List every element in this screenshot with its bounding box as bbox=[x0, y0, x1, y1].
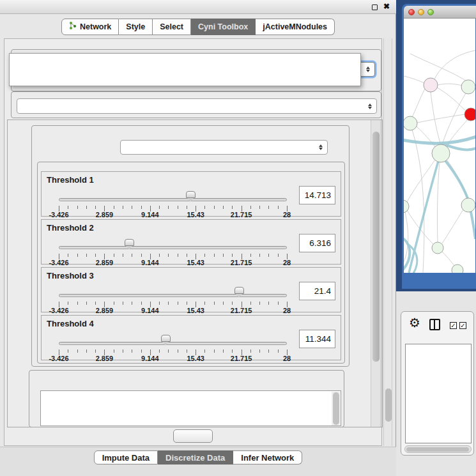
slider-tick bbox=[178, 254, 178, 257]
node-h[interactable] bbox=[461, 198, 475, 212]
control-panel-window: ✖ NetworkStyleSelectCyni ToolboxjActiveM… bbox=[0, 0, 396, 476]
slider-tick bbox=[223, 302, 224, 305]
slider-track[interactable] bbox=[59, 198, 287, 201]
node-hap2[interactable] bbox=[432, 242, 443, 254]
checkbox-checked-icon[interactable]: ✓ bbox=[450, 322, 457, 329]
slider-tick bbox=[214, 254, 215, 257]
intervals-scrollbar[interactable] bbox=[371, 120, 381, 427]
slider-tick bbox=[68, 302, 68, 305]
slider-tick-label: 21.715 bbox=[224, 211, 259, 219]
zoom-traffic-light-icon[interactable] bbox=[427, 9, 434, 15]
slider-tick bbox=[132, 254, 132, 257]
slider-tick-label: 21.715 bbox=[224, 259, 259, 266]
tab-impute-data[interactable]: Impute Data bbox=[94, 450, 158, 464]
tab-infer-network[interactable]: Infer Network bbox=[233, 450, 302, 464]
tab-select[interactable]: Select bbox=[153, 19, 191, 35]
slider-tick bbox=[141, 206, 142, 209]
slider-tick bbox=[132, 302, 132, 305]
slider-tick bbox=[77, 254, 78, 257]
slider-track[interactable] bbox=[59, 246, 287, 249]
slider-tick bbox=[278, 254, 279, 257]
slider-tick bbox=[268, 302, 269, 305]
close-traffic-light-icon[interactable] bbox=[408, 9, 415, 15]
threshold-label: Threshold 4 bbox=[47, 319, 94, 328]
threshold-value-field[interactable]: 6.316 bbox=[299, 234, 335, 252]
slider-track[interactable] bbox=[59, 342, 287, 345]
slider-tick bbox=[95, 206, 96, 209]
slider-tick-label: 9.144 bbox=[132, 211, 168, 219]
slider-tick bbox=[132, 206, 132, 209]
attributes-list-scrollbar[interactable] bbox=[332, 392, 340, 426]
slider-tick bbox=[159, 302, 160, 305]
slider-thumb[interactable] bbox=[234, 287, 244, 294]
slider-tick bbox=[77, 302, 78, 305]
number-of-intervals-combobox[interactable] bbox=[120, 140, 328, 155]
slider-thumb[interactable] bbox=[161, 335, 171, 342]
split-columns-icon[interactable] bbox=[429, 319, 440, 330]
minimize-traffic-light-icon[interactable] bbox=[418, 9, 424, 15]
slider-tick-label: 2.859 bbox=[86, 355, 122, 362]
slider-tick bbox=[259, 349, 260, 353]
slider-tick bbox=[214, 206, 215, 209]
slider-tick bbox=[168, 206, 169, 209]
node-gcy1[interactable] bbox=[404, 200, 409, 213]
threshold-value-field[interactable]: 11.344 bbox=[299, 330, 335, 348]
slider-tick-label: 28 bbox=[269, 211, 305, 219]
threshold-label: Threshold 3 bbox=[47, 271, 94, 280]
slider-tick bbox=[259, 254, 260, 257]
gear-icon[interactable]: ⚙ bbox=[409, 315, 420, 330]
network-canvas[interactable] bbox=[404, 19, 475, 273]
slider-tick-label: 9.144 bbox=[132, 307, 168, 314]
attributes-group bbox=[29, 370, 344, 427]
slider-tick bbox=[250, 254, 251, 257]
node-table[interactable] bbox=[405, 344, 472, 443]
slider-tick bbox=[204, 254, 205, 257]
threshold-2-box: Threshold 2-3.4262.8599.14415.4321.71528… bbox=[41, 219, 341, 265]
node-top-right[interactable] bbox=[461, 80, 475, 94]
slider-tick-label: -3.426 bbox=[41, 307, 77, 314]
network-view-window bbox=[402, 4, 476, 289]
slider-tick bbox=[114, 302, 114, 305]
threshold-3-box: Threshold 3-3.4262.8599.14415.4321.71528… bbox=[41, 267, 341, 312]
slider-tick-label: 9.144 bbox=[132, 259, 168, 266]
slider-tick bbox=[223, 254, 224, 257]
slider-tick-label: 15.43 bbox=[178, 211, 213, 219]
thresholds-list: Threshold 1-3.4262.8599.14415.4321.71528… bbox=[41, 171, 341, 360]
numerical-attributes-list[interactable] bbox=[40, 390, 341, 426]
tab-cyni-toolbox[interactable]: Cyni Toolbox bbox=[191, 19, 256, 35]
tab-style[interactable]: Style bbox=[119, 19, 153, 35]
table-data-combobox[interactable] bbox=[17, 98, 377, 114]
slider-tick bbox=[268, 349, 269, 353]
checkbox-checked-icon[interactable]: ✓ bbox=[459, 322, 466, 329]
table-horizontal-scrollbar[interactable] bbox=[404, 445, 472, 453]
tab-discretize-data[interactable]: Discretize Data bbox=[158, 450, 233, 464]
slider-tick-label: 21.715 bbox=[224, 355, 259, 362]
screen: ✖ NetworkStyleSelectCyni ToolboxjActiveM… bbox=[0, 0, 476, 476]
tab-jactivemnodules[interactable]: jActiveMNodules bbox=[256, 19, 335, 35]
apply-button[interactable] bbox=[173, 429, 213, 443]
panel-scrollbar[interactable] bbox=[383, 38, 392, 446]
network-icon bbox=[69, 21, 77, 32]
slider-tick bbox=[268, 254, 269, 257]
slider-tick bbox=[95, 349, 96, 353]
threshold-label: Threshold 1 bbox=[47, 175, 94, 185]
slider-tick-label: 15.43 bbox=[178, 259, 213, 266]
node-red-selected[interactable] bbox=[464, 108, 475, 121]
node-bottom-partial[interactable] bbox=[452, 265, 463, 273]
slider-track[interactable] bbox=[59, 294, 287, 297]
slider-tick bbox=[114, 206, 114, 209]
float-window-icon[interactable] bbox=[372, 4, 378, 10]
node-gal11[interactable] bbox=[404, 116, 417, 130]
node-gal4[interactable] bbox=[432, 144, 450, 162]
slider-tick bbox=[259, 206, 260, 209]
slider-thumb[interactable] bbox=[186, 191, 196, 198]
slider-tick bbox=[123, 302, 123, 305]
slider-tick-label: -3.426 bbox=[41, 355, 77, 362]
close-icon[interactable]: ✖ bbox=[383, 2, 390, 11]
node-gal80[interactable] bbox=[424, 78, 438, 92]
tab-network[interactable]: Network bbox=[61, 19, 119, 35]
slider-thumb[interactable] bbox=[125, 239, 134, 246]
threshold-value-field[interactable]: 21.4 bbox=[299, 282, 335, 300]
threshold-value-field[interactable]: 14.713 bbox=[299, 186, 335, 204]
combo-arrows-icon bbox=[319, 141, 323, 154]
